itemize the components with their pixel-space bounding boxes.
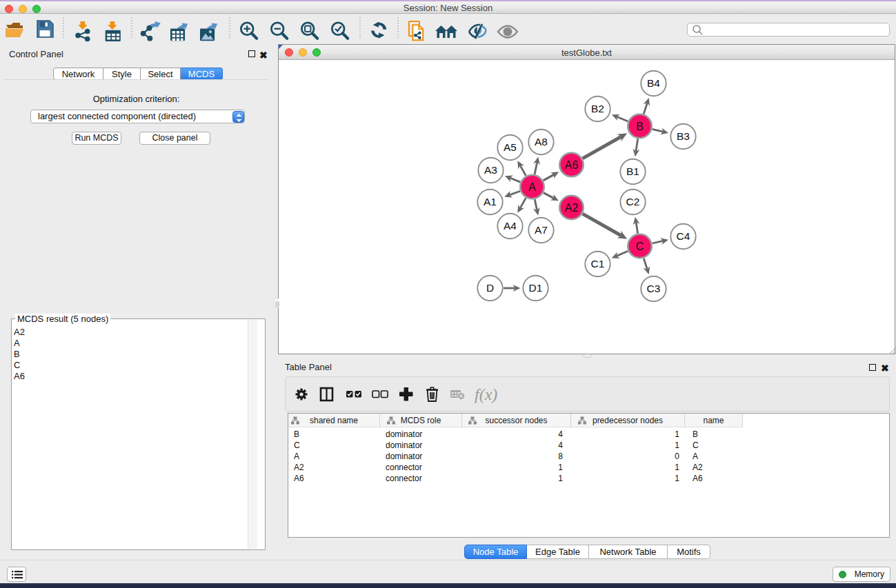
svg-text:D: D xyxy=(486,282,494,294)
svg-text:B2: B2 xyxy=(591,103,604,114)
svg-text:B: B xyxy=(636,121,644,132)
svg-text:C4: C4 xyxy=(677,230,690,242)
svg-text:C1: C1 xyxy=(591,258,605,270)
svg-text:C2: C2 xyxy=(626,196,640,207)
svg-text:A1: A1 xyxy=(484,196,497,207)
svg-text:A7: A7 xyxy=(535,224,548,236)
svg-text:A2: A2 xyxy=(565,202,579,214)
svg-text:A3: A3 xyxy=(484,164,497,176)
svg-text:f(x): f(x) xyxy=(475,385,497,403)
svg-text:B4: B4 xyxy=(647,77,660,89)
svg-text:C3: C3 xyxy=(647,283,661,294)
svg-text:A: A xyxy=(528,181,536,193)
svg-text:A4: A4 xyxy=(504,220,517,232)
svg-text:A6: A6 xyxy=(565,159,579,171)
svg-text:A5: A5 xyxy=(504,141,517,153)
svg-text:C: C xyxy=(636,241,644,252)
svg-text:D1: D1 xyxy=(529,282,543,294)
svg-text:A8: A8 xyxy=(535,136,548,148)
svg-text:B1: B1 xyxy=(626,165,639,177)
svg-text:B3: B3 xyxy=(677,130,690,142)
